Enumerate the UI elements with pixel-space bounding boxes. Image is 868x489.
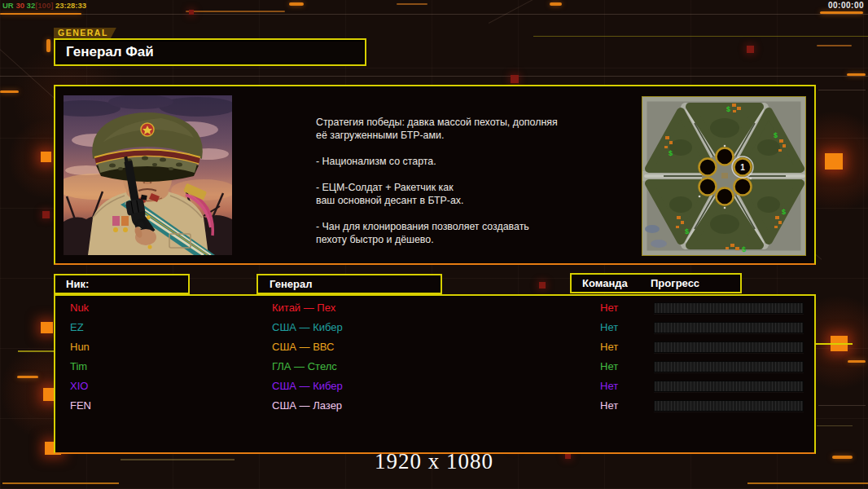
decor-rsq bbox=[42, 211, 50, 218]
progress-bar bbox=[654, 381, 804, 392]
decor-ydim bbox=[533, 36, 868, 37]
decor-obardim bbox=[817, 45, 852, 46]
player-row: FENСША — ЛазерНет bbox=[55, 396, 814, 416]
player-row: HunСША — ВВСНет bbox=[55, 337, 814, 357]
progress-bar bbox=[654, 302, 804, 314]
hud-stat: [100] bbox=[35, 1, 55, 10]
decor-gline bbox=[0, 76, 868, 77]
decor-rsq bbox=[511, 75, 519, 83]
player-general: США — Кибер bbox=[272, 377, 343, 396]
screen: UR 30 32[100] 23:28:33 00:00:00 GENERAL … bbox=[0, 0, 868, 489]
progress-bar bbox=[654, 341, 804, 353]
header-progress-label: Прогресс bbox=[651, 275, 699, 292]
decor-diag bbox=[489, 0, 539, 24]
progress-bar bbox=[654, 322, 804, 333]
player-nick: Nuk bbox=[70, 298, 89, 318]
header-team-progress: Команда Прогресс bbox=[570, 273, 742, 293]
decor-oline bbox=[2, 482, 119, 484]
strategy-text: Стратегия победы: давка массой пехоты, д… bbox=[316, 116, 609, 246]
decor-rsq bbox=[539, 282, 546, 289]
hud-stat: 32 bbox=[27, 1, 36, 10]
decor-ysq bbox=[41, 322, 53, 333]
progress-bar bbox=[654, 361, 804, 372]
hud-stat: 30 bbox=[15, 1, 26, 10]
header-general: Генерал bbox=[256, 274, 442, 294]
decor-obardim bbox=[186, 11, 285, 12]
general-title-box: Генерал Фай bbox=[54, 38, 366, 66]
player-row: XIOСША — КиберНет bbox=[55, 377, 814, 396]
decor-rsq bbox=[747, 46, 754, 53]
player-nick: FEN bbox=[70, 396, 91, 416]
player-team: Нет bbox=[600, 396, 618, 416]
decor-oline bbox=[747, 482, 868, 484]
player-nick: Tim bbox=[70, 357, 87, 377]
decor-gline bbox=[818, 405, 866, 406]
player-general: США — ВВС bbox=[272, 337, 335, 357]
player-general: ГЛА — Стелс bbox=[272, 357, 337, 377]
player-team: Нет bbox=[600, 318, 618, 337]
decor-dimy bbox=[18, 350, 54, 352]
header-team-label: Команда bbox=[582, 275, 628, 292]
players-table: NukКитай — ПехНетEZСША — КиберНетHunСША … bbox=[54, 294, 816, 454]
decor-obar bbox=[848, 360, 866, 363]
decor-rsq bbox=[189, 10, 194, 15]
player-general: США — Кибер bbox=[272, 318, 343, 337]
player-general: Китай — Пех bbox=[272, 298, 335, 318]
general-title: Генерал Фай bbox=[66, 44, 154, 59]
player-team: Нет bbox=[600, 377, 618, 396]
player-row: EZСША — КиберНет bbox=[55, 318, 814, 337]
decor-obar bbox=[0, 13, 81, 15]
general-portrait-image bbox=[64, 95, 232, 255]
decor-obar bbox=[17, 376, 38, 378]
player-nick: Hun bbox=[70, 337, 90, 357]
decor-ysq bbox=[41, 152, 51, 162]
player-row: TimГЛА — СтелсНет bbox=[55, 357, 814, 377]
map-preview: 1 $$$ $$$ bbox=[642, 96, 806, 256]
progress-bar bbox=[654, 400, 804, 412]
decor-obardim bbox=[397, 3, 427, 5]
decor-obar bbox=[820, 11, 863, 14]
decor-obar bbox=[46, 39, 50, 52]
player-nick: XIO bbox=[70, 377, 88, 396]
player-general: США — Лазер bbox=[272, 396, 342, 416]
hud-stat: UR bbox=[2, 1, 15, 10]
decor-obar bbox=[550, 2, 562, 6]
decor-obar bbox=[289, 2, 304, 6]
hud-stat: 23:28:33 bbox=[55, 1, 86, 10]
decor-yline bbox=[814, 343, 853, 345]
decor-gline bbox=[818, 90, 866, 90]
decor-obar bbox=[0, 90, 19, 93]
general-tab-label: GENERAL bbox=[54, 28, 116, 38]
decor-gline bbox=[0, 14, 868, 15]
decor-ysq bbox=[825, 153, 843, 170]
resolution-label: 1920 x 1080 bbox=[0, 449, 868, 474]
player-nick: EZ bbox=[70, 318, 84, 337]
decor-obar bbox=[847, 73, 866, 76]
player-team: Нет bbox=[600, 357, 618, 377]
match-timer: 00:00:00 bbox=[828, 1, 864, 10]
player-team: Нет bbox=[600, 337, 618, 357]
hud-stats: UR 30 32[100] 23:28:33 bbox=[2, 1, 86, 10]
player-row: NukКитай — ПехНет bbox=[55, 298, 814, 318]
player-team: Нет bbox=[600, 298, 618, 318]
general-info-panel: Стратегия победы: давка массой пехоты, д… bbox=[54, 85, 816, 265]
header-nick: Ник: bbox=[54, 274, 190, 294]
decor-gline2 bbox=[817, 425, 853, 426]
